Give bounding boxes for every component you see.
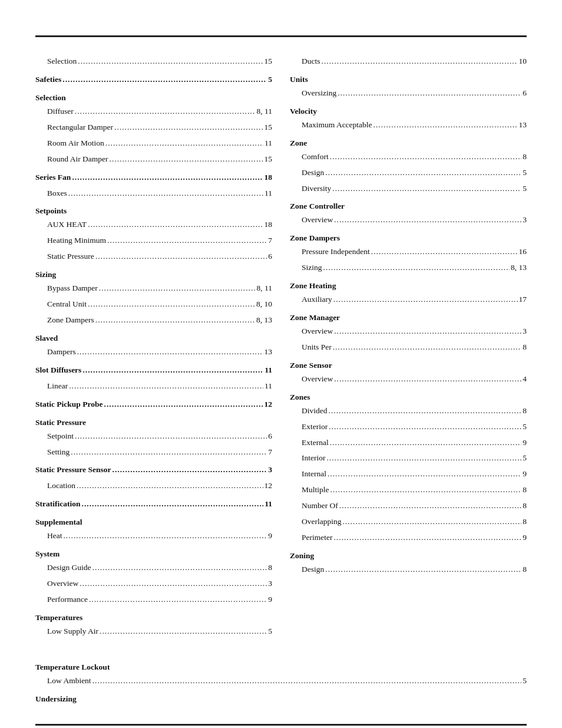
fill-dots: ........................................…	[107, 234, 267, 248]
item-page: 5	[268, 625, 272, 638]
item-text-wrap: Setpoint	[47, 430, 74, 443]
item-text-wrap: Round Air Damper	[47, 153, 108, 166]
index-item: Static Pressure.........................…	[35, 250, 272, 266]
fill-dots: ........................................…	[113, 463, 267, 477]
item-page: 11	[265, 380, 272, 393]
fill-dots: ........................................…	[95, 314, 255, 328]
index-item: Stratification..........................…	[35, 498, 272, 513]
index-item: Zone Dampers	[290, 232, 527, 245]
item-text: Linear	[47, 381, 68, 390]
item-text-wrap: Boxes	[47, 187, 67, 200]
item-text: Divided	[302, 406, 328, 415]
index-item: Design..................................…	[290, 166, 527, 182]
fill-dots: ........................................…	[322, 55, 518, 69]
index-item: Static Pressure Sensor..................…	[35, 463, 272, 479]
index-item: Internal................................…	[290, 467, 527, 483]
item-text-wrap: External	[302, 436, 329, 450]
item-page: 5	[523, 420, 527, 434]
fill-dots: ........................................…	[105, 137, 263, 151]
item-text-wrap: Static Pressure	[47, 250, 94, 263]
item-page: 9	[268, 529, 272, 543]
item-page: 8, 10	[256, 298, 272, 311]
fill-dots: ........................................…	[82, 364, 263, 378]
item-text: Heating Minimum	[47, 236, 106, 245]
item-text-wrap: Overview	[302, 325, 333, 338]
item-text: Comfort	[302, 152, 329, 161]
item-page: 4	[523, 373, 527, 386]
item-text-wrap: Rectangular Damper	[47, 121, 113, 134]
item-text-wrap: Static Pressure Sensor	[35, 463, 111, 477]
item-text: Low Supply Air	[47, 627, 98, 635]
item-page: 15	[265, 153, 273, 166]
index-item: Safeties................................…	[35, 73, 272, 89]
fill-dots: ........................................…	[88, 298, 255, 312]
item-page: 9	[523, 436, 527, 450]
index-item: Performance.............................…	[35, 593, 272, 609]
index-item: Zone	[290, 137, 527, 150]
item-text: Zone Dampers	[47, 315, 94, 324]
item-text: AUX HEAT	[47, 220, 87, 229]
item-text: Pressure Independent	[302, 247, 370, 256]
item-page: 5	[268, 73, 272, 87]
fill-dots: ........................................…	[75, 430, 267, 444]
item-text-wrap: Design Guide	[47, 561, 91, 575]
item-page: 8, 13	[511, 261, 527, 275]
item-page: 8	[523, 563, 527, 577]
index-item: Series Fan..............................…	[35, 171, 272, 187]
index-item: Supplemental	[35, 516, 272, 529]
fill-dots: ........................................…	[332, 182, 521, 196]
item-page: 10	[519, 55, 527, 68]
item-text: Overview	[47, 579, 78, 588]
fill-dots: ........................................…	[100, 625, 267, 639]
fill-dots: ........................................…	[329, 420, 521, 434]
item-page: 11	[265, 137, 272, 150]
item-text-wrap: Heat	[47, 529, 62, 543]
index-item: Round Air Damper........................…	[35, 153, 272, 169]
index-item: Low Ambient.............................…	[35, 674, 527, 690]
item-text: Round Air Damper	[47, 154, 108, 163]
item-text-wrap: Diversity	[302, 182, 331, 196]
item-text: Setting	[47, 447, 70, 456]
item-text: Room Air Motion	[47, 139, 104, 147]
index-item: Boxes...................................…	[35, 187, 272, 203]
item-text: Boxes	[47, 189, 67, 197]
fill-dots: ........................................…	[71, 446, 267, 460]
fill-dots: ........................................…	[338, 87, 521, 101]
index-item: Setpoints	[35, 205, 272, 218]
item-text-wrap: Overview	[302, 373, 333, 386]
index-item: Interior................................…	[290, 452, 527, 467]
fill-dots: ........................................…	[82, 498, 264, 512]
index-item: Overlapping.............................…	[290, 515, 527, 531]
item-text-wrap: Multiple	[302, 483, 329, 497]
index-item: Low Supply Air..........................…	[35, 625, 272, 641]
item-page: 8	[523, 483, 527, 497]
fill-dots: ........................................…	[114, 121, 263, 135]
item-page: 18	[265, 218, 273, 232]
fill-dots: ........................................…	[330, 436, 522, 450]
item-text-wrap: Maximum Acceptable	[302, 118, 372, 132]
item-text-wrap: Units Per	[302, 341, 332, 354]
item-text-wrap: Comfort	[302, 150, 329, 164]
item-text-wrap: Low Ambient	[47, 674, 91, 688]
item-text: Ducts	[302, 57, 320, 65]
item-text: Design	[302, 168, 324, 177]
item-text-wrap: Setting	[47, 446, 70, 459]
fill-dots: ........................................…	[72, 171, 263, 185]
index-item: Ducts...................................…	[290, 55, 527, 71]
item-page: 8	[268, 561, 272, 575]
index-item: Undersizing	[35, 693, 527, 706]
index-item: Location................................…	[35, 479, 272, 495]
index-item: Setpoint................................…	[35, 430, 272, 446]
item-text: Number Of	[302, 501, 338, 510]
item-text: Safeties	[35, 75, 61, 84]
item-text: Overview	[302, 327, 333, 335]
item-text: Oversizing	[302, 88, 336, 97]
item-page: 5	[523, 674, 527, 688]
item-text: Heat	[47, 531, 62, 540]
fill-dots: ........................................…	[75, 105, 256, 119]
item-page: 3	[523, 213, 527, 227]
item-text-wrap: Dampers	[47, 345, 76, 359]
item-text-wrap: Selection	[47, 55, 77, 68]
item-text: Bypass Damper	[47, 284, 98, 292]
item-page: 8	[523, 404, 527, 418]
